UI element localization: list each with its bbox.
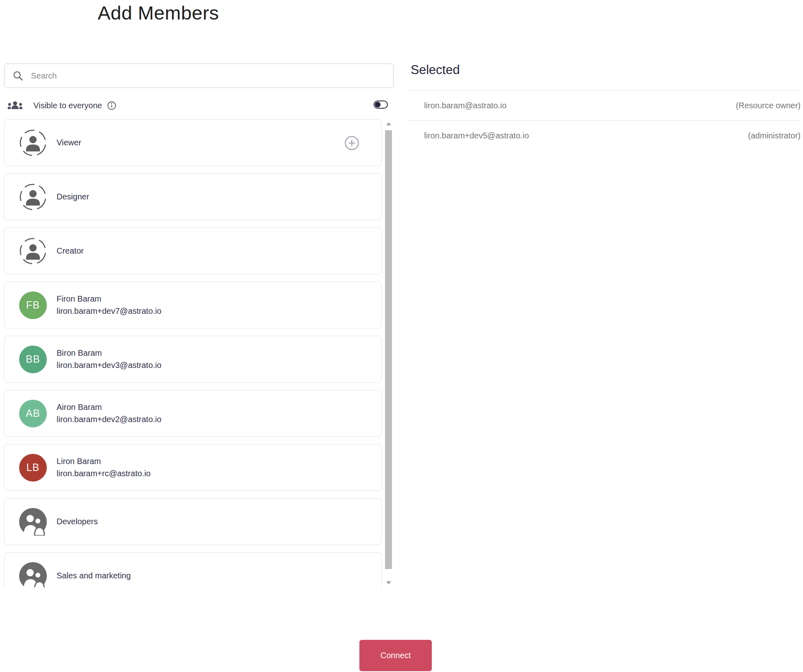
visibility-toggle[interactable] [374, 101, 388, 109]
selected-item[interactable]: liron.baram+dev5@astrato.io (administrat… [409, 120, 801, 151]
add-icon[interactable] [345, 136, 359, 150]
role-person-icon [19, 129, 47, 157]
group-icon [19, 562, 47, 588]
list-item-user[interactable]: BB Biron Baram liron.baram+dev3@astrato.… [4, 336, 382, 383]
member-list: Viewer Designer Creator FB Firon Baram l… [4, 119, 394, 587]
scrollbar[interactable] [385, 121, 392, 585]
group-icon [19, 508, 47, 536]
search-icon [13, 70, 24, 81]
member-name: Firon Baram [57, 294, 162, 304]
selected-list: liron.baram@astrato.io (Resource owner) … [409, 90, 801, 151]
group-label: Sales and marketing [57, 571, 131, 580]
avatar: LB [19, 454, 47, 482]
groups-icon [7, 100, 23, 111]
list-item-group-developers[interactable]: Developers [4, 498, 382, 545]
search-input[interactable] [31, 64, 393, 88]
connect-button[interactable]: Connect [359, 640, 432, 671]
scrollbar-thumb[interactable] [385, 130, 392, 569]
scroll-down-icon[interactable] [386, 581, 391, 584]
list-item-role-viewer[interactable]: Viewer [4, 119, 382, 166]
member-email: liron.baram+dev7@astrato.io [57, 306, 162, 316]
role-label: Viewer [57, 138, 81, 147]
role-label: Creator [57, 246, 84, 256]
member-email: liron.baram+rc@astrato.io [57, 469, 151, 478]
info-icon[interactable] [107, 101, 116, 110]
member-name: Airon Baram [57, 403, 162, 412]
page-title: Add Members [98, 2, 219, 24]
member-name: Liron Baram [57, 457, 151, 466]
list-item-role-designer[interactable]: Designer [4, 173, 382, 220]
selected-email: liron.baram+dev5@astrato.io [424, 131, 529, 140]
selected-role: (administrator) [748, 131, 801, 140]
selected-item[interactable]: liron.baram@astrato.io (Resource owner) [409, 90, 801, 120]
member-name: Biron Baram [57, 348, 162, 358]
selected-email: liron.baram@astrato.io [424, 101, 507, 110]
list-item-user[interactable]: FB Firon Baram liron.baram+dev7@astrato.… [4, 282, 382, 328]
list-item-role-creator[interactable]: Creator [4, 228, 382, 274]
scroll-up-icon[interactable] [386, 122, 391, 125]
avatar: BB [19, 346, 47, 373]
member-email: liron.baram+dev2@astrato.io [57, 415, 162, 424]
role-label: Designer [57, 192, 89, 201]
list-item-user[interactable]: LB Liron Baram liron.baram+rc@astrato.io [4, 444, 382, 491]
list-item-user[interactable]: AB Airon Baram liron.baram+dev2@astrato.… [4, 390, 382, 437]
toggle-knob [375, 102, 381, 107]
avatar: FB [19, 291, 47, 319]
role-person-icon [19, 183, 47, 211]
role-person-icon [19, 237, 47, 265]
list-item-group-sales[interactable]: Sales and marketing [4, 552, 382, 587]
selected-role: (Resource owner) [736, 101, 801, 110]
avatar: AB [19, 400, 47, 427]
visibility-row: Visible to everyone [7, 99, 394, 112]
group-label: Developers [57, 517, 98, 526]
member-email: liron.baram+dev3@astrato.io [57, 361, 162, 370]
visibility-label: Visible to everyone [33, 101, 102, 110]
search-box [4, 63, 394, 88]
selected-heading: Selected [411, 63, 460, 77]
